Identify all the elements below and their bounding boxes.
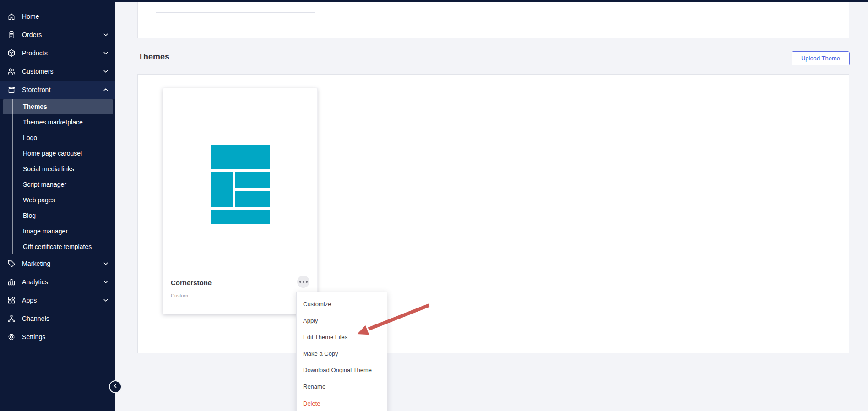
chevron-down-icon xyxy=(102,278,109,286)
sidebar-subnav-storefront: ThemesThemes marketplaceLogoHome page ca… xyxy=(0,99,115,254)
sidebar-item-web-pages[interactable]: Web pages xyxy=(0,192,115,208)
orders-icon xyxy=(7,30,16,39)
theme-actions-menu: CustomizeApplyEdit Theme FilesMake a Cop… xyxy=(296,292,387,411)
thumbnail-block xyxy=(211,172,233,207)
subnav-tree-line xyxy=(12,99,13,254)
home-icon xyxy=(7,12,16,21)
sidebar-item-themes[interactable]: Themes xyxy=(0,99,115,114)
chevron-left-icon xyxy=(112,383,119,391)
thumbnail-block xyxy=(235,172,270,188)
page-background: { "colors": { "sidebar_bg": "#0d1937", "… xyxy=(0,0,868,411)
sidebar-item-storefront[interactable]: Storefront xyxy=(0,81,115,99)
sidebar-item-script-manager[interactable]: Script manager xyxy=(0,177,115,192)
sidebar-item-label: Products xyxy=(22,49,48,57)
menu-item-customize[interactable]: Customize xyxy=(297,296,387,313)
theme-actions-button[interactable] xyxy=(297,276,309,288)
sidebar-item-label: Marketing xyxy=(22,260,50,267)
sidebar-item-home-page-carousel[interactable]: Home page carousel xyxy=(0,146,115,161)
sidebar-item-image-manager[interactable]: Image manager xyxy=(0,223,115,239)
sidebar-nav: Home Orders Products Customers Storefron… xyxy=(0,7,115,346)
sidebar-item-label: Blog xyxy=(23,212,36,219)
sidebar: Home Orders Products Customers Storefron… xyxy=(0,0,115,411)
settings-icon xyxy=(7,332,16,341)
sidebar-item-channels[interactable]: Channels xyxy=(0,309,115,328)
theme-type-badge: Custom xyxy=(171,293,188,298)
products-icon xyxy=(7,49,16,58)
thumbnail-block xyxy=(211,145,270,169)
upload-theme-button[interactable]: Upload Theme xyxy=(792,51,850,65)
chevron-down-icon xyxy=(102,297,109,304)
theme-name: Cornerstone xyxy=(171,279,212,287)
sidebar-item-label: Gift certificate templates xyxy=(23,243,92,250)
theme-card: Cornerstone Custom xyxy=(163,88,318,314)
sidebar-item-label: Analytics xyxy=(22,278,48,286)
menu-item-apply[interactable]: Apply xyxy=(297,313,387,329)
previous-section-panel xyxy=(137,2,849,38)
sidebar-item-label: Web pages xyxy=(23,196,55,204)
channels-icon xyxy=(7,314,16,323)
sidebar-item-logo[interactable]: Logo xyxy=(0,130,115,146)
chevron-down-icon xyxy=(102,31,109,38)
sidebar-item-label: Storefront xyxy=(22,86,50,93)
sidebar-item-label: Themes xyxy=(23,103,47,110)
sidebar-item-label: Themes marketplace xyxy=(23,119,83,126)
sidebar-item-label: Social media links xyxy=(23,165,74,173)
sidebar-item-themes-marketplace[interactable]: Themes marketplace xyxy=(0,114,115,130)
sidebar-item-label: Logo xyxy=(23,134,37,141)
thumbnail-block xyxy=(211,210,270,224)
sidebar-item-social-media-links[interactable]: Social media links xyxy=(0,161,115,177)
sidebar-item-label: Apps xyxy=(22,297,37,304)
menu-item-make-a-copy[interactable]: Make a Copy xyxy=(297,346,387,362)
page-title: Themes xyxy=(138,52,169,62)
sidebar-item-orders[interactable]: Orders xyxy=(0,26,115,44)
storefront-icon xyxy=(7,85,16,94)
sidebar-item-marketing[interactable]: Marketing xyxy=(0,254,115,273)
sidebar-item-label: Home xyxy=(22,13,39,20)
sidebar-item-analytics[interactable]: Analytics xyxy=(0,273,115,291)
thumbnail-block xyxy=(235,191,270,207)
menu-item-edit-theme-files[interactable]: Edit Theme Files xyxy=(297,329,387,346)
previous-section-partial-box xyxy=(156,2,315,13)
sidebar-item-label: Image manager xyxy=(23,227,68,235)
analytics-icon xyxy=(7,277,16,287)
chevron-down-icon xyxy=(102,260,109,267)
sidebar-item-settings[interactable]: Settings xyxy=(0,328,115,346)
sidebar-item-products[interactable]: Products xyxy=(0,44,115,62)
sidebar-item-label: Channels xyxy=(22,315,49,322)
menu-item-download-original-theme[interactable]: Download Original Theme xyxy=(297,362,387,379)
customers-icon xyxy=(7,67,16,76)
sidebar-item-blog[interactable]: Blog xyxy=(0,208,115,223)
menu-item-delete[interactable]: Delete xyxy=(297,395,387,411)
ellipsis-icon xyxy=(299,281,308,283)
sidebar-item-label: Script manager xyxy=(23,181,66,188)
chevron-up-icon xyxy=(102,86,109,93)
cornerstone-theme-thumbnail xyxy=(211,145,270,224)
sidebar-item-gift-certificate-templates[interactable]: Gift certificate templates xyxy=(0,239,115,254)
sidebar-item-label: Customers xyxy=(22,68,54,75)
sidebar-collapse-button[interactable] xyxy=(109,380,122,393)
sidebar-item-label: Home page carousel xyxy=(23,150,82,157)
sidebar-item-apps[interactable]: Apps xyxy=(0,291,115,309)
menu-item-rename[interactable]: Rename xyxy=(297,379,387,395)
apps-icon xyxy=(7,296,16,305)
chevron-down-icon xyxy=(102,68,109,75)
sidebar-item-customers[interactable]: Customers xyxy=(0,62,115,81)
sidebar-item-label: Settings xyxy=(22,333,45,341)
sidebar-item-label: Orders xyxy=(22,31,42,38)
chevron-down-icon xyxy=(102,49,109,57)
marketing-icon xyxy=(7,259,16,268)
sidebar-item-home[interactable]: Home xyxy=(0,7,115,26)
